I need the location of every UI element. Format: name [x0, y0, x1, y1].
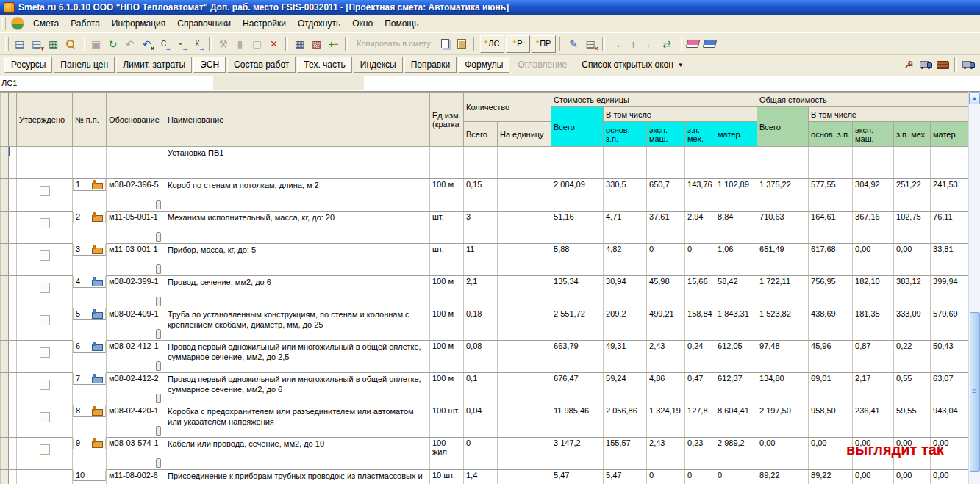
approved-checkbox[interactable] [40, 444, 50, 455]
tab-6[interactable]: Тех. часть [297, 57, 351, 73]
unit-cell[interactable]: 100 жил [430, 438, 464, 470]
unit-cost-cell-2[interactable]: 2,43 [647, 438, 685, 470]
header-total-cost[interactable]: Общая стоимость [757, 93, 970, 107]
row-selector-cell[interactable] [1, 244, 9, 276]
menu-item-3[interactable]: Информация [106, 16, 171, 31]
qty-per-unit-cell[interactable] [498, 373, 551, 405]
approved-checkbox[interactable] [40, 347, 50, 358]
header-uc-total[interactable]: Всего [551, 107, 604, 147]
tab-1[interactable]: Ресурсы [4, 57, 52, 73]
menu-item-6[interactable]: Отдохнуть [292, 16, 346, 31]
header-quantity[interactable]: Количество [464, 93, 551, 122]
unit-cost-cell-2[interactable]: 1 324,19 [647, 405, 685, 438]
estimate-row-2[interactable]: 2м11-05-001-1Механизм исполнительный, ма… [1, 212, 970, 244]
qty-per-unit-cell[interactable] [498, 405, 551, 438]
estimate-row-8[interactable]: 8м08-02-420-1Коробка с предохранителем и… [1, 405, 970, 438]
attachment-icon[interactable] [156, 264, 161, 274]
total-cost-cell-1[interactable]: 756,95 [809, 276, 853, 308]
total-cost-cell-4[interactable]: 399,94 [931, 276, 970, 308]
unit-cost-cell-2[interactable]: 2,43 [647, 341, 685, 373]
menu-item-4[interactable]: Справочники [171, 16, 237, 31]
unit-cost-cell-2[interactable]: 45,98 [647, 276, 685, 308]
header-tc-materials[interactable]: матер. [931, 122, 970, 147]
row-selector-cell[interactable] [1, 276, 9, 308]
unit-cost-cell-4[interactable]: 0 [715, 470, 757, 484]
total-cost-cell-0[interactable]: 134,80 [757, 373, 809, 405]
calculator-button[interactable]: ▦ [291, 36, 308, 52]
unit-cell[interactable]: шт. [430, 212, 464, 244]
work-name-cell[interactable]: Коробка с предохранителем или разъединит… [165, 405, 430, 438]
attachment-icon[interactable] [156, 361, 161, 371]
unit-cell[interactable]: 100 м [430, 276, 464, 308]
tab-7[interactable]: Индексы [354, 57, 403, 73]
unit-cost-cell-3[interactable]: 0,24 [685, 341, 715, 373]
qty-per-unit-cell[interactable] [498, 276, 551, 308]
total-cost-cell-1[interactable]: 69,01 [809, 373, 853, 405]
qty-total-cell[interactable]: 11 [464, 244, 498, 276]
total-cost-cell-2[interactable]: 2,17 [853, 373, 894, 405]
unit-cost-cell-4[interactable]: 1 102,89 [715, 179, 757, 212]
unit-cost-cell-0[interactable]: 5,47 [551, 470, 604, 484]
tab-4[interactable]: ЭСН [193, 57, 226, 73]
qty-per-unit-cell[interactable] [498, 470, 551, 484]
justification-cell[interactable]: м08-02-409-1 [107, 308, 165, 341]
attachment-icon[interactable] [156, 458, 161, 468]
total-cost-cell-3[interactable]: 59,55 [894, 405, 931, 438]
unit-cost-cell-3[interactable]: 127,8 [685, 405, 715, 438]
pr-button[interactable]: *ПР [532, 35, 556, 53]
unit-cost-cell-1[interactable]: 2 056,86 [604, 405, 647, 438]
unit-cost-cell-0[interactable]: 2 551,72 [551, 308, 604, 341]
menu-item-1[interactable]: Смета [27, 16, 65, 31]
transport-catalog-icon[interactable] [960, 57, 977, 73]
work-name-cell[interactable]: Механизм исполнительный, масса, кг, до: … [165, 212, 430, 244]
unit-cost-cell-0[interactable]: 135,34 [551, 276, 604, 308]
total-cost-cell-3[interactable]: 102,75 [894, 212, 931, 244]
unit-cost-cell-1[interactable]: 4,82 [604, 244, 647, 276]
total-cost-cell-4[interactable]: 570,69 [931, 308, 970, 341]
unit-cost-cell-0[interactable]: 5,88 [551, 244, 604, 276]
attachment-icon[interactable] [156, 329, 161, 339]
qty-total-cell[interactable]: 1,4 [464, 470, 498, 484]
unit-cost-cell-0[interactable]: 51,16 [551, 212, 604, 244]
norms-catalog-icon[interactable]: ☭ [901, 57, 918, 73]
justification-cell[interactable]: м11-03-001-1 [107, 244, 165, 276]
menu-item-2[interactable]: Работа [65, 16, 106, 31]
total-cost-cell-4[interactable]: 76,11 [931, 212, 970, 244]
estimate-row-7[interactable]: 7м08-02-412-2Провод первый одножильный и… [1, 373, 970, 405]
header-uc-materials[interactable]: матер. [715, 122, 757, 147]
row-selector-cell[interactable] [1, 470, 9, 484]
header-tc-base-wage[interactable]: основ. з.п. [809, 122, 853, 147]
work-name-cell[interactable]: Труба по установленным конструкциям, по … [165, 308, 430, 341]
r-button[interactable]: *Р [506, 35, 530, 53]
qty-total-cell[interactable]: 0,18 [464, 308, 498, 341]
recalculate-button[interactable]: ↻ [104, 36, 121, 52]
total-cost-cell-1[interactable]: 577,55 [809, 179, 853, 212]
qty-total-cell[interactable]: 0,08 [464, 341, 498, 373]
unit-cost-cell-3[interactable]: 2,94 [685, 212, 715, 244]
total-cost-cell-3[interactable]: 0,00 [894, 244, 931, 276]
paste-button[interactable] [454, 36, 471, 52]
tab-2[interactable]: Панель цен [54, 57, 115, 73]
total-cost-cell-3[interactable]: 383,12 [894, 276, 931, 308]
total-cost-cell-3[interactable]: 0,00 [894, 470, 931, 484]
unit-cost-cell-4[interactable]: 1,06 [715, 244, 757, 276]
header-unit-cost[interactable]: Стоимость единицы [551, 93, 757, 107]
attachment-icon[interactable] [156, 232, 161, 242]
total-cost-cell-1[interactable]: 164,61 [809, 212, 853, 244]
move-to-folder-button[interactable]: ▤▾ [28, 36, 45, 52]
qty-total-cell[interactable]: 0,04 [464, 405, 498, 438]
unit-cost-cell-2[interactable]: 4,86 [647, 373, 685, 405]
unit-cost-cell-0[interactable]: 676,47 [551, 373, 604, 405]
total-cost-cell-1[interactable]: 617,68 [809, 244, 853, 276]
export-estimate-button[interactable]: ▧ [308, 36, 325, 52]
qty-total-cell[interactable]: 2,1 [464, 276, 498, 308]
total-cost-cell-4[interactable]: 50,43 [931, 341, 970, 373]
tab-8[interactable]: Поправки [404, 57, 457, 73]
insert-section-button[interactable]: С→ [155, 36, 172, 52]
estimate-row-9[interactable]: 9м08-03-574-1Кабели или провода, сечение… [1, 438, 970, 470]
insert-resource-button[interactable]: К→ [189, 36, 206, 52]
unit-cost-cell-4[interactable]: 8,84 [715, 212, 757, 244]
menu-item-7[interactable]: Окно [346, 16, 379, 31]
unit-cost-cell-3[interactable]: 0 [685, 244, 715, 276]
qty-total-cell[interactable]: 0 [464, 438, 498, 470]
